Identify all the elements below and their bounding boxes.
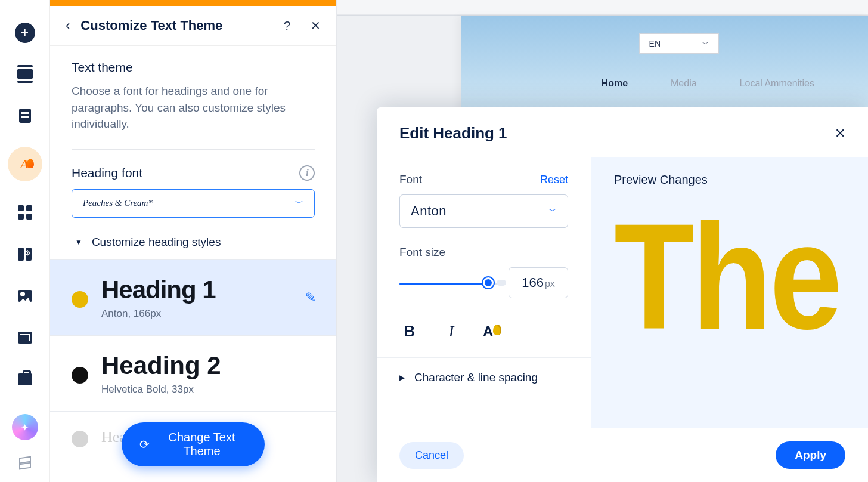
chevron-down-icon: ﹀ bbox=[702, 39, 709, 48]
edit-icon[interactable]: ✎ bbox=[305, 290, 316, 305]
reset-link[interactable]: Reset bbox=[540, 174, 568, 186]
bold-icon[interactable]: B bbox=[399, 322, 420, 341]
language-selector[interactable]: EN ﹀ bbox=[639, 33, 719, 54]
info-icon[interactable]: i bbox=[299, 165, 315, 181]
color-swatch bbox=[72, 367, 88, 384]
chevron-down-icon: ﹀ bbox=[295, 198, 303, 209]
theme-icon[interactable]: A bbox=[8, 147, 42, 181]
heading-item-h2[interactable]: Heading 2 Helvetica Bold, 33px bbox=[50, 335, 336, 411]
add-icon[interactable]: + bbox=[15, 23, 35, 43]
heading-item-h1[interactable]: Heading 1 Anton, 166px ✎ bbox=[50, 259, 336, 335]
modal-controls: Font Reset Anton ﹀ Font size 166px B I A bbox=[377, 157, 591, 428]
heading-font-dropdown[interactable]: Peaches & Cream* ﹀ bbox=[72, 189, 315, 218]
modal-preview: Preview Changes The bbox=[591, 157, 868, 428]
sidebar-header: ‹ Customize Text Theme ? ✕ bbox=[50, 6, 336, 46]
modal-footer: Cancel Apply bbox=[377, 428, 868, 482]
font-dropdown[interactable]: Anton ﹀ bbox=[399, 194, 568, 228]
close-icon[interactable]: ✕ bbox=[835, 126, 845, 141]
font-size-value: 166 bbox=[522, 275, 544, 291]
ai-sparkle-icon[interactable]: ✦ bbox=[12, 414, 38, 440]
business-icon[interactable] bbox=[14, 369, 36, 390]
accordion-label-text: Customize heading styles bbox=[92, 236, 221, 249]
triangle-right-icon: ▶ bbox=[399, 373, 405, 382]
customize-heading-styles-toggle[interactable]: ▼ Customize heading styles bbox=[72, 231, 315, 259]
nav-item-media[interactable]: Media bbox=[671, 78, 697, 89]
edit-heading-modal: Edit Heading 1 ✕ Font Reset Anton ﹀ Font… bbox=[377, 107, 868, 482]
nav-item-amenities[interactable]: Local Ammenities bbox=[740, 78, 814, 89]
triangle-down-icon: ▼ bbox=[75, 238, 82, 246]
heading-meta: Anton, 166px bbox=[101, 308, 216, 320]
chevron-down-icon: ﹀ bbox=[548, 206, 557, 217]
preview-text: The bbox=[614, 207, 845, 346]
sidebar-title: Customize Text Theme bbox=[80, 18, 264, 33]
left-rail: + A ✦ bbox=[0, 0, 50, 482]
change-btn-label: Change Text Theme bbox=[157, 431, 247, 458]
font-label: Font bbox=[399, 173, 422, 186]
font-size-label: Font size bbox=[399, 246, 568, 259]
character-spacing-toggle[interactable]: ▶ Character & line spacing bbox=[399, 358, 568, 397]
ruler bbox=[337, 0, 868, 16]
preview-label: Preview Changes bbox=[614, 173, 845, 187]
text-color-icon[interactable]: A bbox=[483, 323, 493, 340]
change-text-theme-button[interactable]: ⟳ Change Text Theme bbox=[122, 422, 265, 466]
color-swatch bbox=[72, 431, 88, 447]
font-size-unit: px bbox=[545, 279, 555, 289]
character-spacing-label: Character & line spacing bbox=[414, 371, 538, 384]
media-icon[interactable] bbox=[14, 285, 36, 307]
back-icon[interactable]: ‹ bbox=[66, 18, 70, 33]
sections-icon[interactable] bbox=[14, 63, 36, 85]
format-row: B I A bbox=[377, 319, 591, 358]
close-icon[interactable]: ✕ bbox=[311, 18, 321, 33]
accent-strip bbox=[50, 0, 336, 6]
section-title: Text theme bbox=[72, 60, 315, 75]
sidebar-panel: ‹ Customize Text Theme ? ✕ Text theme Ch… bbox=[50, 0, 337, 482]
pages-icon[interactable] bbox=[14, 105, 36, 126]
heading-preview: Heading 1 bbox=[101, 276, 216, 304]
cancel-button[interactable]: Cancel bbox=[399, 442, 464, 469]
color-swatch bbox=[72, 291, 88, 308]
heading-font-value: Peaches & Cream* bbox=[83, 198, 153, 208]
language-value: EN bbox=[649, 39, 661, 48]
font-value: Anton bbox=[411, 203, 447, 219]
italic-icon[interactable]: I bbox=[441, 323, 461, 341]
modal-header: Edit Heading 1 ✕ bbox=[377, 107, 868, 157]
widgets-icon[interactable] bbox=[14, 243, 36, 265]
apply-button[interactable]: Apply bbox=[776, 441, 845, 469]
heading-meta: Helvetica Bold, 33px bbox=[101, 384, 221, 396]
layers-icon[interactable] bbox=[14, 452, 36, 474]
apps-icon[interactable] bbox=[14, 202, 36, 223]
help-icon[interactable]: ? bbox=[284, 19, 290, 33]
font-size-slider[interactable] bbox=[399, 276, 498, 290]
section-description: Choose a font for headings and one for p… bbox=[72, 83, 315, 150]
font-size-input[interactable]: 166px bbox=[509, 267, 568, 298]
refresh-icon: ⟳ bbox=[140, 437, 150, 452]
modal-title: Edit Heading 1 bbox=[399, 124, 507, 143]
nav-item-home[interactable]: Home bbox=[602, 78, 628, 89]
site-nav: Home Media Local Ammenities bbox=[602, 78, 814, 89]
heading-preview: Heading 2 bbox=[101, 351, 221, 380]
table-icon[interactable] bbox=[14, 327, 36, 348]
heading-font-label: Heading font bbox=[72, 166, 142, 180]
